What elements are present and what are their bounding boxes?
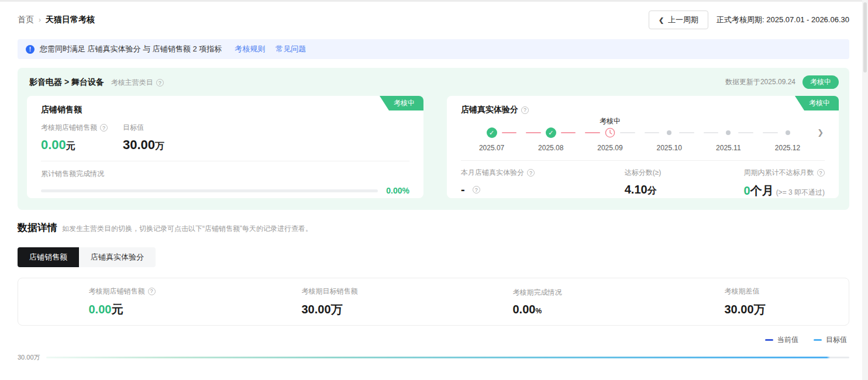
sales-current-block: 考核期店铺销售额? 0.00元	[41, 123, 108, 153]
summary-number: 0.00	[513, 303, 536, 316]
help-icon[interactable]: ?	[521, 106, 529, 114]
summary-number: 30.00	[302, 303, 331, 316]
prev-period-button[interactable]: ❮ 上一周期	[649, 11, 708, 29]
help-icon[interactable]: ?	[527, 169, 535, 177]
details-subtitle: 如发生主营类目的切换，切换记录可点击以下“店铺销售额”每天的记录进行查看。	[62, 224, 312, 234]
summary-unit: %	[535, 307, 542, 315]
sales-target-label: 目标值	[123, 123, 164, 133]
sales-current-value: 0.00元	[41, 137, 108, 153]
summary-value: 30.00万	[302, 302, 358, 317]
metric-cards-row: 考核中 店铺销售额 考核期店铺销售额? 0.00元 目标值 3	[22, 96, 845, 198]
sales-current-label: 考核期店铺销售额?	[41, 123, 108, 133]
timeline-next-chevron-icon[interactable]: ❯	[817, 128, 824, 137]
sales-current-number: 0.00	[41, 137, 66, 152]
status-badge: 考核中	[802, 75, 839, 89]
summary-label: 考核期目标销售额	[302, 286, 358, 296]
details-title: 数据详情	[18, 221, 57, 234]
legend-dash-icon	[765, 339, 773, 341]
step-above-spacer	[640, 116, 699, 127]
timeline-month-label: 2025.12	[758, 144, 817, 152]
page-header: 首页 › 天猫日常考核 ❮ 上一周期 正式考核周期: 2025.07.01 - …	[18, 11, 849, 29]
current-step-label: 考核中	[580, 116, 639, 127]
fail-months-note: (>= 3 即不通过)	[776, 188, 825, 196]
timeline-month-label: 2025.09	[580, 144, 639, 152]
summary-label: 考核期店铺销售额?	[89, 286, 156, 296]
summary-label: 考核期差值	[724, 286, 765, 296]
category-path-text: 影音电器 > 舞台设备	[29, 77, 104, 87]
assessment-card-header: 影音电器 > 舞台设备 考核主营类目? 数据更新于2025.09.24 考核中	[22, 75, 845, 96]
threshold-block: 达标分数(≥) 4.10分	[625, 168, 662, 199]
sales-trend-chart: 30.00万	[18, 353, 849, 362]
step-above-spacer	[758, 116, 817, 127]
fail-months-block: 周期内累计不达标月数? 0个月(>= 3 即不通过)	[744, 168, 825, 199]
progress-percent: 0.00%	[386, 186, 409, 195]
help-icon[interactable]: ?	[148, 288, 156, 295]
details-header: 数据详情 如发生主营类目的切换，切换记录可点击以下“店铺销售额”每天的记录进行查…	[18, 221, 849, 234]
sales-current-unit: 元	[66, 141, 75, 151]
prev-period-label: 上一周期	[668, 15, 698, 25]
faq-link[interactable]: 常见问题	[275, 44, 306, 54]
assessment-rules-link[interactable]: 考核规则	[235, 44, 265, 54]
tmall-assessment-page: 首页 › 天猫日常考核 ❮ 上一周期 正式考核周期: 2025.07.01 - …	[0, 11, 862, 362]
timeline-segment	[738, 132, 753, 133]
scrollbar-thumb[interactable]	[863, 2, 867, 72]
sales-target-unit: 万	[155, 141, 164, 151]
tab-sales[interactable]: 店铺销售额	[18, 247, 79, 267]
y-axis-tick-label: 30.00万	[18, 353, 40, 362]
timeline-month-label: 2025.10	[640, 144, 699, 152]
target-value-line	[46, 357, 849, 358]
help-icon[interactable]: ?	[100, 124, 108, 132]
summary-cell: 考核期目标销售额 30.00万	[226, 286, 433, 317]
step-above-spacer	[699, 116, 758, 127]
summary-number: 0.00	[89, 303, 112, 316]
help-icon[interactable]: ?	[817, 169, 825, 177]
timeline-segment	[679, 132, 694, 133]
divider	[41, 161, 409, 161]
timeline-month-label: 2025.07	[462, 144, 521, 152]
summary-unit: 万	[754, 303, 766, 316]
month-score-block: 本月店铺真实体验分? -?	[461, 168, 588, 199]
dot-icon	[664, 127, 674, 138]
summary-value: 0.00元	[89, 302, 156, 317]
fail-months-value: 0个月(>= 3 即不通过)	[744, 183, 825, 199]
summary-card: 考核期店铺销售额? 0.00元 考核期目标销售额 30.00万 考核期完成情况 …	[18, 278, 849, 326]
step-above-spacer	[462, 116, 521, 127]
summary-unit: 元	[111, 303, 123, 316]
month-score-number: -	[461, 183, 465, 196]
progress-row: 0.00%	[41, 186, 409, 195]
info-icon: !	[26, 45, 35, 54]
step-above-spacer	[521, 116, 580, 127]
summary-cell: 考核期店铺销售额? 0.00元	[18, 286, 226, 317]
timeline-step: ✓ 2025.08	[521, 116, 580, 152]
legend-item-target[interactable]: 目标值	[814, 335, 847, 345]
dot-icon	[723, 127, 733, 138]
timeline-step-current: 考核中 2025.09	[580, 116, 639, 152]
month-timeline: ✓ 2025.07 ✓ 2025.08 考核中	[461, 116, 825, 152]
legend-item-current[interactable]: 当前值	[765, 335, 798, 345]
sales-values-row: 考核期店铺销售额? 0.00元 目标值 30.00万	[41, 123, 409, 153]
fail-months-number: 0	[744, 184, 750, 197]
breadcrumb-home-link[interactable]: 首页	[18, 15, 34, 25]
help-icon[interactable]: ?	[156, 79, 164, 87]
timeline-month-label: 2025.08	[521, 144, 580, 152]
timeline-segment	[620, 132, 635, 133]
summary-value: 0.00%	[513, 303, 562, 316]
divider	[461, 160, 825, 161]
scrollbar[interactable]	[862, 0, 868, 380]
experience-card: 考核中 店铺真实体验分? ✓ 2025.07	[447, 96, 839, 198]
legend-dash-icon	[814, 339, 822, 341]
chevron-left-icon: ❮	[659, 16, 664, 24]
help-icon[interactable]: ?	[473, 186, 480, 194]
assessment-card-header-right: 数据更新于2025.09.24 考核中	[725, 75, 839, 89]
page-title: 天猫日常考核	[46, 15, 95, 25]
progress-bar	[41, 189, 378, 192]
month-score-label-text: 本月店铺真实体验分	[461, 168, 524, 178]
timeline-step: 2025.12	[758, 116, 817, 152]
chart-legend: 当前值 目标值	[18, 335, 849, 345]
tab-experience[interactable]: 店铺真实体验分	[79, 247, 156, 267]
clock-icon	[605, 127, 615, 138]
sales-card: 考核中 店铺销售额 考核期店铺销售额? 0.00元 目标值 3	[27, 96, 423, 198]
timeline-month-label: 2025.11	[699, 144, 758, 152]
category-note-text: 考核主营类目	[111, 78, 153, 87]
info-banner: ! 您需同时满足 店铺真实体验分 与 店铺销售额 2 项指标 考核规则 常见问题	[18, 39, 849, 59]
